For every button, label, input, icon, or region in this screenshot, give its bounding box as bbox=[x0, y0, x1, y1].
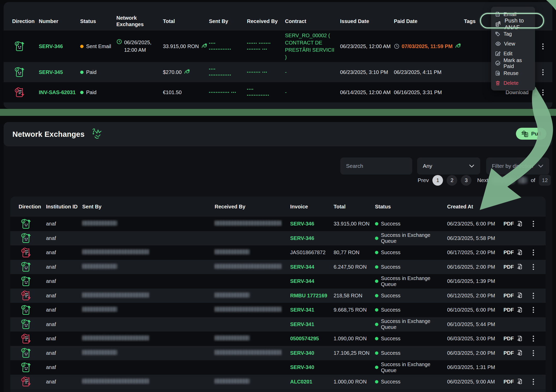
created-at: 06/23/2025, 5:58 PM bbox=[447, 235, 499, 241]
invoice-number-link[interactable]: SERV-346 bbox=[39, 43, 63, 49]
created-at: 06/23/2025, 6:00 PM bbox=[447, 221, 499, 227]
exchange-row[interactable]: $ anaf SERV-344 6.247,50 RON Success 06/… bbox=[10, 260, 546, 274]
received-by-cell bbox=[215, 350, 290, 356]
invoice-link[interactable]: SERV-344 bbox=[290, 278, 314, 284]
exchange-row[interactable]: $ anaf SERV-341 9.668,75 RON Success 06/… bbox=[10, 303, 546, 317]
direction-cell: $ bbox=[19, 318, 46, 330]
row-menu-kebab[interactable] bbox=[532, 350, 534, 356]
exchange-row[interactable]: $ anaf 0500574295 1.090,00 RON Success 0… bbox=[10, 331, 546, 346]
masked-text: •••• bbox=[209, 66, 247, 72]
menu-item-delete[interactable]: Delete bbox=[491, 78, 535, 88]
invoice-number-link[interactable]: SERV-345 bbox=[39, 69, 63, 75]
direction-filter-placeholder: Filter by direction bbox=[492, 163, 533, 169]
exchange-row[interactable]: $ anaf ALC0201 1.000,00 RON Success 06/0… bbox=[10, 375, 546, 389]
svg-text:$: $ bbox=[22, 220, 24, 223]
pdf-button[interactable]: PDF bbox=[499, 378, 529, 385]
pdf-export-icon bbox=[516, 307, 523, 313]
invoice-link[interactable]: ALC0201 bbox=[290, 379, 312, 385]
exchange-row[interactable]: $ anaf JAS018667872 80,77 RON Success 06… bbox=[10, 245, 546, 260]
contract-link[interactable]: SERV_RO_00002 ( CONTRACT DE PRESTĂRI SER… bbox=[285, 32, 340, 61]
pdf-button[interactable]: PDF bbox=[499, 292, 529, 299]
invoice-link[interactable]: SERV-346 bbox=[290, 235, 314, 241]
status-cell: Sent Email bbox=[80, 43, 116, 49]
svg-text:$: $ bbox=[22, 364, 24, 366]
exchange-row[interactable]: $ anaf SERV-340 Success in Exchange Queu… bbox=[10, 360, 546, 375]
invoice-link[interactable]: SERV-340 bbox=[290, 350, 314, 356]
status-dot bbox=[375, 380, 378, 383]
row-menu-kebab[interactable] bbox=[532, 336, 534, 342]
row-menu-kebab[interactable] bbox=[532, 379, 534, 385]
page-3-button[interactable]: 3 bbox=[461, 175, 471, 186]
menu-item-view[interactable]: View bbox=[491, 39, 535, 49]
row-menu-kebab[interactable] bbox=[532, 293, 534, 299]
search-input[interactable] bbox=[345, 163, 407, 169]
next-button[interactable]: Next bbox=[477, 177, 488, 183]
page-1-button[interactable]: 1 bbox=[432, 175, 443, 186]
invoice-row[interactable]: $ INV-SAS-62031 Paid €101.50 •••••••••••… bbox=[4, 82, 552, 102]
svg-text:$: $ bbox=[22, 336, 24, 338]
page-2-button[interactable]: 2 bbox=[447, 175, 457, 186]
exchange-row[interactable]: $ anaf RMBU 1772169 218,58 RON Success 0… bbox=[10, 289, 546, 303]
row-menu-kebab[interactable] bbox=[532, 221, 534, 227]
money-doodle-icon: ? bbox=[184, 69, 190, 76]
invoice-row[interactable]: $ SERV-346 Sent Email 06/26/2025, 12:00 … bbox=[4, 31, 552, 62]
invoice-link[interactable]: SERV-344 bbox=[290, 264, 314, 270]
prev-button[interactable]: Prev bbox=[418, 177, 429, 183]
exchange-row[interactable]: $ anaf SERV-341 Success in Exchange Queu… bbox=[10, 317, 546, 332]
row-menu-kebab[interactable] bbox=[542, 89, 544, 95]
menu-item-edit[interactable]: Edit bbox=[491, 49, 535, 58]
menu-item-reuse[interactable]: Reuse bbox=[491, 68, 535, 78]
pdf-button[interactable]: PDF bbox=[499, 335, 529, 342]
of-label: of bbox=[531, 177, 535, 183]
received-by-cell bbox=[215, 221, 290, 227]
sent-by-cell: ••••••••••••••••• bbox=[209, 66, 247, 78]
menu-item-mark-as-paid[interactable]: Mark as Paid bbox=[491, 58, 535, 68]
column-header: Total bbox=[334, 204, 375, 210]
row-menu-kebab[interactable] bbox=[532, 264, 534, 270]
exchange-row[interactable]: $ anaf SERV-346 33.915,00 RON Success 06… bbox=[10, 217, 546, 231]
redacted-name bbox=[82, 307, 117, 312]
exchange-row[interactable]: $ anaf SERV-346 Success in Exchange Queu… bbox=[10, 231, 546, 246]
invoice-link[interactable]: RMBU 1772169 bbox=[290, 293, 327, 298]
invoice-row[interactable]: $ SERV-345 Paid $270.00 ? ••••••••••••••… bbox=[4, 62, 552, 82]
svg-text:$: $ bbox=[22, 278, 24, 280]
pdf-button[interactable]: PDF bbox=[499, 263, 529, 270]
svg-text:$: $ bbox=[16, 69, 17, 71]
direction-filter-select[interactable]: Filter by direction bbox=[486, 157, 549, 175]
invoice-link[interactable]: SERV-341 bbox=[290, 307, 314, 313]
row-menu-kebab[interactable] bbox=[542, 43, 544, 49]
pdf-button[interactable]: PDF bbox=[499, 307, 529, 313]
created-at: 06/12/2025, 2:00 PM bbox=[447, 293, 499, 299]
menu-item-push-to-anaf[interactable]: Push to ANAF bbox=[491, 19, 535, 29]
invoice-link[interactable]: SERV-341 bbox=[290, 321, 314, 327]
status-cell: Paid bbox=[80, 69, 116, 75]
pdf-button[interactable]: PDF bbox=[499, 249, 529, 256]
redacted-name bbox=[215, 264, 281, 269]
row-menu-kebab[interactable] bbox=[532, 250, 534, 255]
received-by-cell: •••••• ••••••••••••••• ••• bbox=[247, 40, 285, 52]
direction-cell: $ bbox=[12, 86, 39, 98]
pdf-button[interactable]: PDF bbox=[499, 221, 529, 227]
outgoing-invoice-icon: $ bbox=[14, 40, 25, 52]
context-menu: Email Push to ANAF Tag View Edit Mark as… bbox=[491, 7, 535, 91]
invoice-number-link[interactable]: INV-SAS-62031 bbox=[39, 89, 76, 95]
created-at: 06/03/2025, 3:00 PM bbox=[447, 336, 499, 342]
invoice-link[interactable]: SERV-340 bbox=[290, 364, 314, 370]
received-by-cell bbox=[215, 249, 290, 256]
exchange-row[interactable]: $ anaf SERV-344 Success in Exchange Queu… bbox=[10, 274, 546, 289]
issued-date: 06/23/2025, 3:10 PM bbox=[340, 69, 394, 75]
exchange-row[interactable]: $ anaf SERV-340 17.106,25 RON Success 06… bbox=[10, 346, 546, 360]
institution-id: anaf bbox=[46, 307, 82, 313]
invoice-link[interactable]: SERV-346 bbox=[290, 221, 314, 227]
pdf-button[interactable]: PDF bbox=[499, 350, 529, 356]
contract-link[interactable]: - bbox=[285, 69, 340, 76]
row-menu-kebab[interactable] bbox=[542, 69, 544, 75]
invoice-link[interactable]: 0500574295 bbox=[290, 336, 319, 341]
type-filter-select[interactable]: Any bbox=[417, 157, 480, 175]
row-menu-kebab[interactable] bbox=[532, 307, 534, 313]
svg-text:$: $ bbox=[22, 263, 24, 266]
masked-text: •••• bbox=[209, 40, 247, 46]
redacted-name bbox=[215, 379, 250, 384]
pull-button[interactable]: Pull bbox=[516, 128, 546, 140]
contract-link[interactable]: - bbox=[285, 89, 340, 96]
